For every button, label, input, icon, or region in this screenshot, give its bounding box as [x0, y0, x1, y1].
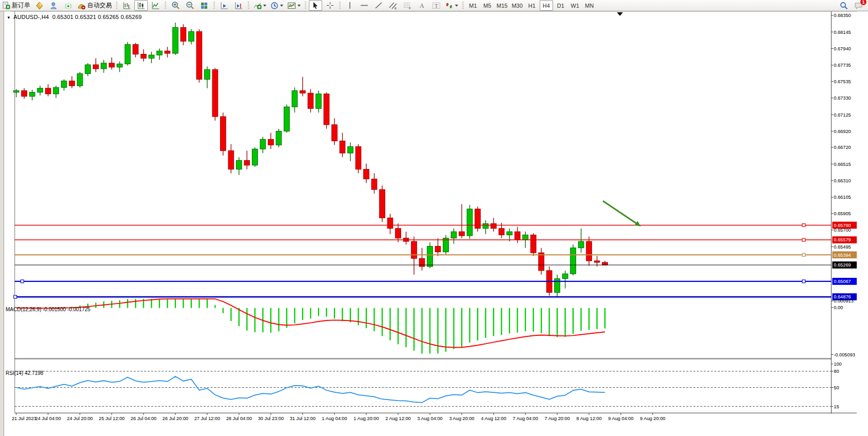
svg-text:F: F: [409, 7, 411, 10]
cursor-icon: [312, 2, 319, 9]
clock-icon: [270, 2, 279, 10]
svg-text:21 Jul 2023: 21 Jul 2023: [12, 416, 36, 421]
timeframe-mn-button[interactable]: MN: [583, 0, 596, 11]
hline-handle[interactable]: [802, 280, 805, 283]
profiles-button[interactable]: [47, 0, 61, 11]
svg-text:0.67535: 0.67535: [834, 79, 851, 84]
line-chart-button[interactable]: [149, 0, 162, 11]
main-toolbar: 新订单 自动交易: [0, 0, 868, 11]
crosshair-tool-button[interactable]: [323, 0, 337, 11]
zoom-out-button[interactable]: [183, 0, 196, 11]
vertical-line-tool-button[interactable]: [343, 0, 357, 11]
auto-scroll-icon: [220, 2, 228, 10]
periods-button[interactable]: [269, 0, 285, 11]
svg-text:0.65760: 0.65760: [834, 223, 851, 228]
svg-text:0.66920: 0.66920: [834, 129, 851, 134]
hline-handle[interactable]: [14, 295, 17, 298]
fibonacci-tool-button[interactable]: F: [401, 0, 414, 11]
svg-text:26 Jul 04:00: 26 Jul 04:00: [131, 416, 156, 421]
crosshair-icon: [326, 2, 334, 9]
auto-scroll-button[interactable]: [218, 0, 231, 11]
styler-icon: [35, 2, 44, 10]
text-label-tool-button[interactable]: T: [429, 0, 443, 11]
timeframe-w1-button[interactable]: W1: [568, 0, 582, 11]
arrows-tool-button[interactable]: [444, 0, 460, 11]
timeframe-m1-button[interactable]: M1: [466, 0, 480, 11]
indicators-dropdown-caret[interactable]: [263, 5, 266, 7]
search-icon: [840, 2, 848, 10]
svg-text:T: T: [435, 3, 438, 8]
notification-count-badge: 1: [860, 0, 867, 6]
svg-text:27 Jul 12:00: 27 Jul 12:00: [194, 416, 220, 421]
text-tool-button[interactable]: A: [415, 0, 428, 11]
horizontal-line-tool-button[interactable]: [358, 0, 371, 11]
new-order-button[interactable]: 新订单: [1, 0, 32, 11]
hline-handle[interactable]: [21, 280, 24, 283]
timeframe-m15-button[interactable]: M15: [495, 0, 509, 11]
bar-chart-icon: [123, 2, 131, 10]
new-order-icon: [2, 2, 10, 10]
periods-dropdown-caret[interactable]: [280, 5, 283, 7]
svg-text:-0.005093: -0.005093: [834, 352, 855, 357]
search-button[interactable]: [837, 0, 851, 11]
indicators-button[interactable]: [252, 0, 268, 11]
equidistant-channel-tool-button[interactable]: E: [386, 0, 400, 11]
svg-text:0.65579: 0.65579: [834, 237, 851, 242]
bar-chart-button[interactable]: [120, 0, 133, 11]
zoom-in-button[interactable]: [169, 0, 182, 11]
trendline-icon: [374, 2, 383, 9]
rsi-indicator-label: RSI(14) 42.7198: [6, 370, 43, 376]
svg-text:1 Aug 04:00: 1 Aug 04:00: [322, 416, 347, 421]
notifications-button[interactable]: 1: [852, 0, 865, 11]
arrows-dropdown-caret[interactable]: [455, 5, 458, 7]
svg-text:0.66310: 0.66310: [834, 178, 851, 183]
timeframe-m30-button[interactable]: M30: [510, 0, 524, 11]
svg-text:9 Aug 04:00: 9 Aug 04:00: [608, 416, 634, 421]
cursor-tool-button[interactable]: [309, 0, 322, 11]
svg-text:3 Aug 20:00: 3 Aug 20:00: [449, 416, 474, 421]
timeframe-h4-button[interactable]: H4: [540, 0, 553, 11]
text-label-icon: T: [432, 2, 441, 10]
toolbar-grip: [247, 2, 250, 10]
chart-canvas[interactable]: 0.683500.681450.679400.677350.675350.673…: [0, 11, 868, 436]
timeframe-m5-button[interactable]: M5: [481, 0, 494, 11]
timeframe-h1-button[interactable]: H1: [525, 0, 539, 11]
collapse-triangle-icon[interactable]: ▼: [7, 15, 11, 20]
svg-text:2 Aug 12:00: 2 Aug 12:00: [385, 416, 410, 421]
chart-ohlc-values: 0.65301 0.65321 0.65265 0.65269: [52, 14, 142, 20]
chart-shift-button[interactable]: [232, 0, 245, 11]
signals-button[interactable]: [62, 0, 75, 11]
indicators-icon: [253, 2, 262, 10]
templates-dropdown-caret[interactable]: [298, 5, 301, 7]
autotrading-button[interactable]: 自动交易: [76, 0, 113, 11]
hline-handle[interactable]: [802, 238, 805, 241]
svg-text:28 Jul 04:00: 28 Jul 04:00: [226, 416, 252, 421]
svg-text:0.67940: 0.67940: [834, 46, 851, 51]
horizontal-line-icon: [360, 2, 368, 9]
candlestick-chart-button[interactable]: [134, 0, 148, 11]
templates-button[interactable]: [286, 0, 302, 11]
svg-text:E: E: [394, 7, 397, 10]
toolbar-grip: [304, 2, 307, 10]
trendline-tool-button[interactable]: [372, 0, 385, 11]
candlestick-chart-icon: [137, 2, 145, 10]
line-chart-icon: [151, 2, 160, 10]
zoom-in-icon: [171, 1, 180, 10]
svg-text:31 Jul 12:00: 31 Jul 12:00: [290, 416, 315, 421]
signals-icon: [64, 2, 72, 10]
profiles-icon: [50, 2, 58, 10]
svg-text:0.66105: 0.66105: [834, 195, 851, 200]
svg-text:4 Aug 12:00: 4 Aug 12:00: [481, 416, 506, 421]
styler-button[interactable]: [33, 0, 46, 11]
svg-text:100: 100: [834, 362, 841, 367]
price-axis[interactable]: 0.683500.681450.679400.677350.675350.673…: [831, 13, 851, 250]
hline-handle[interactable]: [802, 253, 805, 256]
tile-windows-button[interactable]: [198, 0, 211, 11]
svg-text:3 Aug 04:00: 3 Aug 04:00: [417, 416, 442, 421]
hline-handle[interactable]: [802, 224, 805, 227]
svg-text:0.67735: 0.67735: [834, 63, 851, 68]
svg-text:0.68350: 0.68350: [834, 13, 851, 18]
vertical-line-icon: [346, 2, 353, 9]
chart-title-bar: ▼AUDUSD-,H4 0.65301 0.65321 0.65265 0.65…: [7, 14, 142, 20]
timeframe-d1-button[interactable]: D1: [554, 0, 567, 11]
